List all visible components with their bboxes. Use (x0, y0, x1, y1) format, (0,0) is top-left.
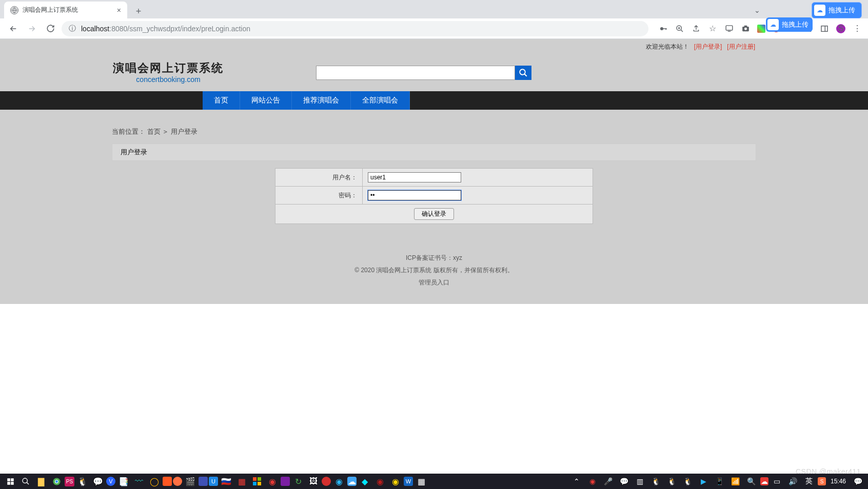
main-nav: 首页 网站公告 推荐演唱会 全部演唱会 (0, 91, 868, 110)
tray-app-4[interactable]: 🐧 (681, 474, 695, 488)
tray-cloud-icon[interactable]: ☁ (760, 477, 768, 485)
breadcrumb-current: 用户登录 (171, 128, 198, 135)
tb-app-1[interactable]: PS (65, 477, 74, 486)
tb-app-23[interactable]: ◆ (358, 474, 372, 488)
camera-icon[interactable] (741, 24, 750, 33)
tb-app-15[interactable] (250, 474, 264, 488)
tb-app-26[interactable]: W (404, 477, 413, 486)
address-bar[interactable]: ⓘ localhost:8080/ssm_ychwsdpxt/index/pre… (62, 21, 648, 36)
tb-app-12[interactable]: U (209, 477, 218, 486)
search-icon[interactable] (18, 474, 33, 488)
tray-app-2[interactable]: 🐧 (649, 474, 663, 488)
tb-app-16[interactable]: ◉ (265, 474, 280, 488)
svg-rect-9 (821, 26, 827, 31)
tab-title: 演唱会网上订票系统 (23, 6, 113, 14)
username-input[interactable] (368, 172, 461, 182)
tb-app-25[interactable]: ◉ (388, 474, 403, 488)
svg-rect-14 (11, 482, 14, 485)
site-search-input[interactable] (316, 66, 515, 80)
tb-app-2[interactable]: 🐧 (75, 474, 90, 488)
baidu-upload-top[interactable]: ☁ 拖拽上传 (812, 2, 862, 18)
tb-app-13[interactable]: 🇷🇺 (219, 474, 233, 488)
site-footer: ICP备案证书号：xyz © 2020 演唱会网上订票系统 版权所有，并保留所有… (112, 231, 756, 304)
svg-rect-21 (253, 482, 257, 485)
tray-wechat-icon[interactable]: 💬 (617, 474, 632, 488)
tray-notifications-icon[interactable]: 💬 (851, 474, 865, 488)
tray-rec-icon[interactable]: ◉ (585, 474, 600, 488)
tray-mic-icon[interactable]: 🎤 (601, 474, 616, 488)
bookmark-star-icon[interactable]: ☆ (708, 24, 717, 33)
cloud-icon: ☁ (767, 19, 779, 30)
tray-search-icon[interactable]: 🔍 (744, 474, 759, 488)
password-key-icon[interactable] (659, 24, 668, 33)
tray-sogou-icon[interactable]: S (818, 477, 826, 485)
tray-time[interactable]: 15:46 (831, 478, 846, 485)
submit-button[interactable]: 确认登录 (414, 208, 454, 220)
zoom-icon[interactable] (675, 24, 684, 33)
tb-app-17[interactable] (281, 477, 290, 486)
back-button[interactable] (6, 22, 21, 36)
tb-app-4[interactable]: V (106, 477, 115, 486)
cast-icon[interactable] (724, 24, 734, 33)
tb-app-20[interactable] (322, 477, 331, 486)
tray-volume-icon[interactable]: 🔊 (786, 474, 800, 488)
user-login-link[interactable]: [用户登录] (694, 43, 722, 51)
breadcrumb-home[interactable]: 首页 (147, 128, 161, 135)
close-icon[interactable]: × (117, 6, 121, 14)
tb-app-11[interactable] (199, 477, 208, 486)
new-tab-button[interactable]: + (131, 4, 146, 18)
tb-app-22[interactable]: ☁ (347, 477, 357, 486)
browser-tab[interactable]: 演唱会网上订票系统 × (4, 2, 127, 18)
chrome-icon[interactable] (49, 474, 64, 488)
tray-battery-icon[interactable]: ▭ (770, 474, 784, 488)
nav-home[interactable]: 首页 (203, 91, 240, 110)
site-search-button[interactable] (515, 66, 531, 80)
user-register-link[interactable]: [用户注册] (727, 43, 755, 51)
baidu-upload-second[interactable]: ☁ 拖拽上传 (766, 17, 813, 32)
tb-app-27[interactable]: ▦ (414, 474, 428, 488)
tb-app-8[interactable] (163, 477, 172, 486)
sidepanel-icon[interactable] (820, 24, 829, 33)
tb-app-9[interactable] (173, 477, 182, 486)
site-logo[interactable]: 演唱会网上订票系统 concertbooking.com (113, 62, 224, 84)
start-button[interactable] (3, 474, 17, 488)
tb-app-24[interactable]: ◉ (373, 474, 387, 488)
tray-ime[interactable]: 英 (802, 474, 816, 488)
tb-app-19[interactable]: 🖼 (306, 474, 321, 488)
tb-app-14[interactable]: ▦ (234, 474, 249, 488)
tb-app-5[interactable]: 📑 (116, 474, 131, 488)
cloud-icon: ☁ (814, 5, 825, 16)
svg-rect-3 (666, 28, 667, 30)
svg-rect-20 (258, 477, 261, 481)
tray-app-3[interactable]: 🐧 (665, 474, 679, 488)
tb-app-6[interactable]: 〰 (132, 474, 146, 488)
tb-app-21[interactable]: ◉ (332, 474, 346, 488)
menu-kebab-icon[interactable]: ⋮ (853, 24, 862, 33)
nav-recommend[interactable]: 推荐演唱会 (292, 91, 351, 110)
reload-button[interactable] (43, 22, 57, 36)
password-input[interactable] (368, 190, 461, 200)
tray-wifi-icon[interactable]: 📶 (728, 474, 743, 488)
explorer-icon[interactable]: ▇ (34, 474, 48, 488)
forward-button[interactable] (25, 22, 39, 36)
tray-phone-icon[interactable]: 📱 (713, 474, 727, 488)
site-info-icon[interactable]: ⓘ (69, 24, 76, 33)
tray-app-5[interactable]: ▶ (697, 474, 711, 488)
tray-app-1[interactable]: ▥ (633, 474, 647, 488)
profile-avatar[interactable]: S (836, 24, 845, 33)
share-icon[interactable] (692, 24, 701, 33)
nav-announce[interactable]: 网站公告 (240, 91, 292, 110)
ext-colorpick-icon[interactable] (757, 25, 765, 33)
password-label: 密码： (275, 187, 363, 205)
tb-app-18[interactable]: ↻ (291, 474, 305, 488)
tray-up-icon[interactable]: ⌃ (569, 474, 584, 488)
tb-app-10[interactable]: 🎬 (183, 474, 198, 488)
admin-entry-link[interactable]: 管理员入口 (419, 279, 449, 286)
tab-list-chevron-icon[interactable]: ⌄ (754, 6, 760, 14)
tb-app-7[interactable]: ◯ (147, 474, 162, 488)
svg-point-18 (55, 480, 58, 483)
windows-taskbar: ▇ PS 🐧 💬 V 📑 〰 ◯ 🎬 U 🇷🇺 ▦ ◉ ↻ 🖼 ◉ ☁ ◆ ◉ … (0, 474, 868, 489)
nav-all[interactable]: 全部演唱会 (351, 91, 410, 110)
tb-app-3[interactable]: 💬 (91, 474, 105, 488)
svg-point-10 (520, 69, 525, 75)
